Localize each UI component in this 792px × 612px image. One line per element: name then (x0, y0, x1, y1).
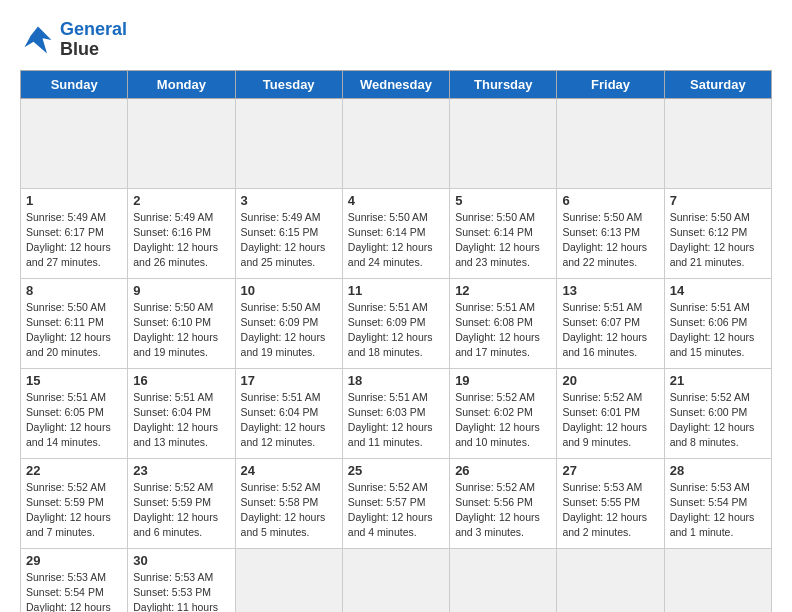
svg-marker-0 (25, 26, 52, 53)
day-number: 17 (241, 373, 337, 388)
sunrise-label: Sunrise: 5:51 AM (562, 301, 642, 313)
calendar-week-row: 15 Sunrise: 5:51 AM Sunset: 6:05 PM Dayl… (21, 368, 772, 458)
sunrise-label: Sunrise: 5:52 AM (670, 391, 750, 403)
calendar-day-cell: 9 Sunrise: 5:50 AM Sunset: 6:10 PM Dayli… (128, 278, 235, 368)
calendar-day-cell: 19 Sunrise: 5:52 AM Sunset: 6:02 PM Dayl… (450, 368, 557, 458)
sunrise-label: Sunrise: 5:53 AM (26, 571, 106, 583)
day-number: 19 (455, 373, 551, 388)
daylight-label: Daylight: 12 hours and 25 minutes. (241, 241, 326, 268)
sunrise-label: Sunrise: 5:52 AM (133, 481, 213, 493)
sunset-label: Sunset: 5:55 PM (562, 496, 640, 508)
daylight-label: Daylight: 12 hours and 17 minutes. (455, 331, 540, 358)
sunset-label: Sunset: 6:08 PM (455, 316, 533, 328)
sunrise-label: Sunrise: 5:51 AM (670, 301, 750, 313)
day-info: Sunrise: 5:52 AM Sunset: 5:59 PM Dayligh… (26, 480, 122, 541)
day-number: 5 (455, 193, 551, 208)
daylight-label: Daylight: 12 hours and 23 minutes. (455, 241, 540, 268)
calendar-day-cell: 29 Sunrise: 5:53 AM Sunset: 5:54 PM Dayl… (21, 548, 128, 612)
logo-icon (20, 22, 56, 58)
sunset-label: Sunset: 6:14 PM (455, 226, 533, 238)
sunset-label: Sunset: 6:03 PM (348, 406, 426, 418)
day-info: Sunrise: 5:50 AM Sunset: 6:14 PM Dayligh… (455, 210, 551, 271)
daylight-label: Daylight: 12 hours and 12 minutes. (241, 421, 326, 448)
calendar-week-row: 8 Sunrise: 5:50 AM Sunset: 6:11 PM Dayli… (21, 278, 772, 368)
day-info: Sunrise: 5:50 AM Sunset: 6:11 PM Dayligh… (26, 300, 122, 361)
sunset-label: Sunset: 6:15 PM (241, 226, 319, 238)
calendar-day-cell (450, 98, 557, 188)
daylight-label: Daylight: 12 hours and 5 minutes. (241, 511, 326, 538)
day-info: Sunrise: 5:51 AM Sunset: 6:09 PM Dayligh… (348, 300, 444, 361)
calendar-day-cell: 27 Sunrise: 5:53 AM Sunset: 5:55 PM Dayl… (557, 458, 664, 548)
day-number: 1 (26, 193, 122, 208)
day-info: Sunrise: 5:51 AM Sunset: 6:08 PM Dayligh… (455, 300, 551, 361)
calendar-week-row (21, 98, 772, 188)
sunset-label: Sunset: 6:04 PM (241, 406, 319, 418)
sunrise-label: Sunrise: 5:49 AM (26, 211, 106, 223)
logo: General Blue (20, 20, 127, 60)
day-info: Sunrise: 5:51 AM Sunset: 6:06 PM Dayligh… (670, 300, 766, 361)
calendar-day-cell (21, 98, 128, 188)
day-info: Sunrise: 5:50 AM Sunset: 6:13 PM Dayligh… (562, 210, 658, 271)
calendar-day-cell (235, 98, 342, 188)
daylight-label: Daylight: 12 hours and 20 minutes. (26, 331, 111, 358)
calendar-week-row: 22 Sunrise: 5:52 AM Sunset: 5:59 PM Dayl… (21, 458, 772, 548)
sunset-label: Sunset: 6:09 PM (241, 316, 319, 328)
sunset-label: Sunset: 5:59 PM (26, 496, 104, 508)
sunrise-label: Sunrise: 5:49 AM (133, 211, 213, 223)
day-info: Sunrise: 5:53 AM Sunset: 5:53 PM Dayligh… (133, 570, 229, 612)
day-number: 13 (562, 283, 658, 298)
day-number: 8 (26, 283, 122, 298)
sunrise-label: Sunrise: 5:51 AM (348, 301, 428, 313)
daylight-label: Daylight: 12 hours and 16 minutes. (562, 331, 647, 358)
calendar-day-cell: 5 Sunrise: 5:50 AM Sunset: 6:14 PM Dayli… (450, 188, 557, 278)
sunrise-label: Sunrise: 5:50 AM (562, 211, 642, 223)
sunset-label: Sunset: 6:01 PM (562, 406, 640, 418)
calendar-day-cell: 3 Sunrise: 5:49 AM Sunset: 6:15 PM Dayli… (235, 188, 342, 278)
sunset-label: Sunset: 6:02 PM (455, 406, 533, 418)
daylight-label: Daylight: 12 hours and 26 minutes. (133, 241, 218, 268)
calendar-day-cell: 15 Sunrise: 5:51 AM Sunset: 6:05 PM Dayl… (21, 368, 128, 458)
col-monday: Monday (128, 70, 235, 98)
daylight-label: Daylight: 12 hours and 19 minutes. (241, 331, 326, 358)
sunset-label: Sunset: 6:10 PM (133, 316, 211, 328)
day-number: 3 (241, 193, 337, 208)
sunrise-label: Sunrise: 5:50 AM (241, 301, 321, 313)
daylight-label: Daylight: 11 hours and 59 minutes. (133, 601, 218, 612)
day-number: 9 (133, 283, 229, 298)
daylight-label: Daylight: 12 hours and 8 minutes. (670, 421, 755, 448)
day-number: 15 (26, 373, 122, 388)
day-info: Sunrise: 5:52 AM Sunset: 5:57 PM Dayligh… (348, 480, 444, 541)
sunrise-label: Sunrise: 5:51 AM (348, 391, 428, 403)
sunset-label: Sunset: 5:54 PM (670, 496, 748, 508)
sunrise-label: Sunrise: 5:52 AM (348, 481, 428, 493)
day-info: Sunrise: 5:50 AM Sunset: 6:12 PM Dayligh… (670, 210, 766, 271)
sunset-label: Sunset: 5:59 PM (133, 496, 211, 508)
daylight-label: Daylight: 12 hours and 24 minutes. (348, 241, 433, 268)
calendar-day-cell (557, 98, 664, 188)
sunset-label: Sunset: 6:09 PM (348, 316, 426, 328)
day-info: Sunrise: 5:52 AM Sunset: 6:02 PM Dayligh… (455, 390, 551, 451)
day-info: Sunrise: 5:52 AM Sunset: 5:58 PM Dayligh… (241, 480, 337, 541)
calendar-day-cell: 23 Sunrise: 5:52 AM Sunset: 5:59 PM Dayl… (128, 458, 235, 548)
calendar-day-cell (450, 548, 557, 612)
day-info: Sunrise: 5:50 AM Sunset: 6:10 PM Dayligh… (133, 300, 229, 361)
calendar-day-cell: 22 Sunrise: 5:52 AM Sunset: 5:59 PM Dayl… (21, 458, 128, 548)
calendar-day-cell: 10 Sunrise: 5:50 AM Sunset: 6:09 PM Dayl… (235, 278, 342, 368)
sunrise-label: Sunrise: 5:50 AM (133, 301, 213, 313)
sunset-label: Sunset: 6:11 PM (26, 316, 104, 328)
calendar-day-cell: 30 Sunrise: 5:53 AM Sunset: 5:53 PM Dayl… (128, 548, 235, 612)
day-number: 22 (26, 463, 122, 478)
day-info: Sunrise: 5:52 AM Sunset: 5:56 PM Dayligh… (455, 480, 551, 541)
day-info: Sunrise: 5:49 AM Sunset: 6:16 PM Dayligh… (133, 210, 229, 271)
day-info: Sunrise: 5:50 AM Sunset: 6:14 PM Dayligh… (348, 210, 444, 271)
calendar-day-cell: 4 Sunrise: 5:50 AM Sunset: 6:14 PM Dayli… (342, 188, 449, 278)
calendar-day-cell: 8 Sunrise: 5:50 AM Sunset: 6:11 PM Dayli… (21, 278, 128, 368)
day-number: 30 (133, 553, 229, 568)
sunrise-label: Sunrise: 5:51 AM (455, 301, 535, 313)
sunset-label: Sunset: 5:57 PM (348, 496, 426, 508)
sunrise-label: Sunrise: 5:52 AM (241, 481, 321, 493)
daylight-label: Daylight: 12 hours and 6 minutes. (133, 511, 218, 538)
col-sunday: Sunday (21, 70, 128, 98)
sunrise-label: Sunrise: 5:51 AM (133, 391, 213, 403)
sunset-label: Sunset: 6:04 PM (133, 406, 211, 418)
